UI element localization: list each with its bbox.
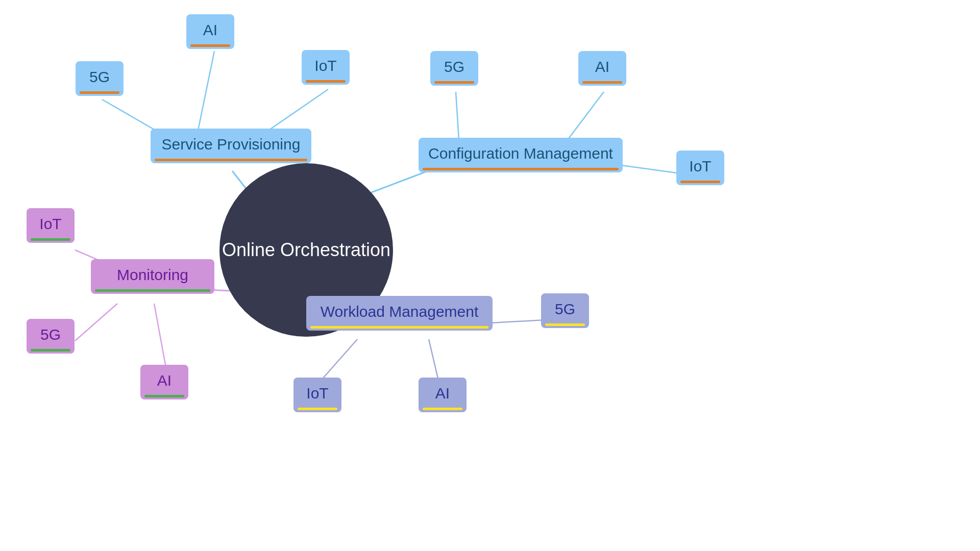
svg-line-14 [429, 339, 439, 383]
monitoring-node[interactable]: Monitoring [91, 259, 214, 294]
mon-iot-node[interactable]: IoT [27, 208, 75, 243]
svg-line-13 [319, 339, 357, 383]
mon-5g-node[interactable]: 5G [27, 319, 75, 354]
wm-iot-node[interactable]: IoT [293, 378, 341, 412]
configuration-management-node[interactable]: Configuration Management [419, 138, 623, 172]
workload-management-node[interactable]: Workload Management [306, 296, 493, 331]
svg-line-11 [75, 304, 117, 341]
sp-ai-node[interactable]: AI [186, 14, 234, 49]
wm-5g-node[interactable]: 5G [541, 293, 589, 328]
mon-ai-node[interactable]: AI [140, 365, 188, 399]
svg-line-12 [154, 304, 166, 367]
service-provisioning-node[interactable]: Service Provisioning [151, 129, 311, 163]
sp-5g-node[interactable]: 5G [76, 61, 124, 96]
cm-5g-node[interactable]: 5G [430, 51, 478, 86]
cm-iot-node[interactable]: IoT [676, 151, 724, 185]
cm-ai-node[interactable]: AI [578, 51, 626, 86]
sp-iot-node[interactable]: IoT [302, 50, 350, 85]
center-label: Online Orchestration [222, 239, 390, 261]
wm-ai-node[interactable]: AI [419, 378, 467, 412]
svg-line-4 [197, 51, 214, 138]
